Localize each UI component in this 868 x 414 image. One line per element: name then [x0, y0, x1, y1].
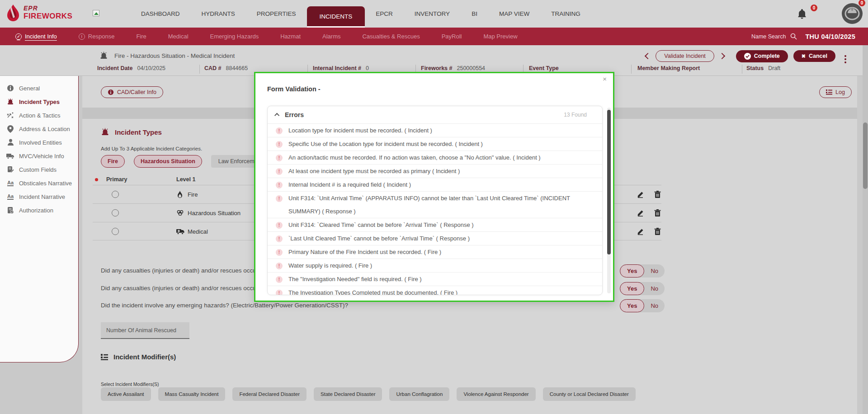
- sidebar-item-obsticales-narrative[interactable]: Obsticales Narrative: [0, 176, 78, 190]
- validate-incident-button[interactable]: Validate Incident: [656, 50, 714, 62]
- animal-rescued-input[interactable]: [101, 322, 189, 339]
- subnav-emerging-hazards[interactable]: Emerging Hazards: [210, 33, 259, 40]
- incident-title: Fire - Hazardous Situation - Medical Inc…: [114, 52, 235, 59]
- sidebar: General Incident Types Action & Tactics …: [0, 76, 79, 362]
- info-icon: [6, 84, 14, 92]
- page-scrollbar-thumb[interactable]: [863, 122, 868, 189]
- primary-radio[interactable]: [112, 209, 119, 216]
- subnav-casualties-rescues[interactable]: Casualties & Rescues: [362, 33, 420, 40]
- cad-caller-info-button[interactable]: CAD/Caller Info: [101, 86, 163, 98]
- error-item: The Investigation Types Completed must b…: [268, 286, 602, 295]
- edit-icon[interactable]: [637, 191, 645, 198]
- x-icon: [802, 53, 806, 59]
- nav-dashboard[interactable]: DASHBOARD: [130, 0, 191, 28]
- errors-collapse-header[interactable]: Errors 13 Found: [268, 106, 602, 123]
- subnav-medical[interactable]: Medical: [168, 33, 189, 40]
- field-value: 0: [366, 65, 369, 71]
- profile-button[interactable]: 0: [842, 3, 863, 24]
- chip-federal-declared-disaster[interactable]: Federal Declared Disaster: [232, 387, 307, 401]
- name-search-label: Name Search: [751, 33, 786, 40]
- nav-properties[interactable]: PROPERTIES: [246, 0, 307, 28]
- name-search[interactable]: Name Search: [751, 33, 797, 40]
- chip-county-local-declared-disaster[interactable]: County or Local Declared Disaster: [543, 387, 636, 401]
- edit-icon[interactable]: [637, 228, 645, 235]
- nav-map-view[interactable]: MAP VIEW: [488, 0, 540, 28]
- primary-column-header: Primary: [106, 176, 127, 183]
- sidebar-item-custom-fields[interactable]: Custom Fields: [0, 163, 78, 176]
- field-value: Draft: [768, 65, 780, 71]
- error-text: Location type for incident must be recor…: [288, 127, 432, 134]
- brand-epr: EPR: [24, 5, 72, 12]
- chip-mass-casualty-incident[interactable]: Mass Casualty Incident: [158, 387, 226, 401]
- error-icon: [276, 276, 283, 283]
- error-text: Unit F314: `Unit Arrival Time` (APPARATU…: [288, 195, 570, 215]
- nav-training[interactable]: TRAINING: [540, 0, 591, 28]
- search-icon: [790, 33, 797, 40]
- error-icon: [276, 182, 283, 188]
- info-icon: [108, 89, 114, 95]
- sidebar-item-mvc-vehicle-info[interactable]: MVC/Vehicle Info: [0, 149, 78, 163]
- subnav-fire[interactable]: Fire: [136, 33, 146, 40]
- chip-urban-conflagration[interactable]: Urban Conflagration: [389, 387, 449, 401]
- sidebar-item-authorization[interactable]: Authorization: [0, 203, 78, 217]
- subnav-response[interactable]: Response: [79, 33, 115, 40]
- nav-epcr[interactable]: EPCR: [365, 0, 404, 28]
- notifications-button[interactable]: 0: [797, 8, 815, 22]
- yes-button[interactable]: Yes: [620, 282, 644, 295]
- chip-active-assailant[interactable]: Active Assailant: [101, 387, 151, 401]
- subnav-incident-info[interactable]: Incident Info: [15, 33, 57, 40]
- cancel-button[interactable]: Cancel: [793, 50, 835, 62]
- sidebar-item-action-tactics[interactable]: Action & Tactics: [0, 108, 78, 122]
- yes-button[interactable]: Yes: [620, 299, 644, 312]
- trash-icon[interactable]: [654, 209, 661, 217]
- yes-no-toggle: Yes No: [620, 299, 665, 312]
- chip-state-declared-disaster[interactable]: State Declared Disaster: [314, 387, 382, 401]
- sidebar-item-involved-entities[interactable]: Involved Entities: [0, 136, 78, 149]
- yes-button[interactable]: Yes: [620, 264, 644, 278]
- error-icon: [276, 141, 283, 148]
- subnav-hazmat[interactable]: Hazmat: [280, 33, 301, 40]
- brand-logo: EPR FIREWORKS: [5, 4, 72, 22]
- log-button[interactable]: Log: [819, 86, 852, 98]
- nav-hydrants[interactable]: HYDRANTS: [191, 0, 246, 28]
- no-button[interactable]: No: [644, 268, 665, 274]
- no-button[interactable]: No: [644, 285, 665, 292]
- subnav-payroll[interactable]: PayRoll: [442, 33, 462, 40]
- error-item: `Last Unit Cleared Time` cannot be befor…: [268, 231, 602, 245]
- page-scrollbar-track[interactable]: [863, 45, 868, 414]
- sidebar-item-general[interactable]: General: [0, 81, 78, 95]
- document-edit-icon: [6, 165, 14, 174]
- prev-chevron-icon[interactable]: [645, 53, 651, 59]
- trash-icon[interactable]: [654, 228, 661, 235]
- nav-incidents[interactable]: INCIDENTS: [307, 6, 365, 28]
- subnav-alarms[interactable]: Alarms: [322, 33, 340, 40]
- chip-fire[interactable]: Fire: [101, 155, 125, 168]
- nav-bi[interactable]: BI: [461, 0, 488, 28]
- close-icon[interactable]: ×: [603, 75, 607, 83]
- primary-radio[interactable]: [112, 228, 119, 235]
- modifier-chips: Active Assailant Mass Casualty Incident …: [101, 387, 636, 401]
- complete-button[interactable]: Complete: [736, 50, 788, 62]
- chip-violence-against-responder[interactable]: Violence Against Responder: [457, 387, 535, 401]
- nav-inventory[interactable]: INVENTORY: [404, 0, 461, 28]
- primary-radio[interactable]: [112, 191, 119, 198]
- question-text: Did the incident involve any emerging ha…: [101, 302, 348, 309]
- sidebar-item-address-location[interactable]: Address & Location: [0, 122, 78, 136]
- complete-label: Complete: [754, 53, 780, 59]
- field-value: 250000554: [457, 65, 485, 71]
- chip-hazardous-situation[interactable]: Hazardous Situation: [134, 155, 202, 168]
- no-button[interactable]: No: [644, 302, 665, 309]
- modal-scrollbar-thumb[interactable]: [607, 110, 611, 254]
- error-text: Water supply is required. ( Fire ): [288, 262, 372, 269]
- modifiers-note: Select Incident Modifiers(S): [101, 381, 159, 387]
- edit-icon[interactable]: [637, 209, 645, 217]
- sidebar-item-incident-types[interactable]: Incident Types: [0, 95, 78, 108]
- error-text: `Last Unit Cleared Time` cannot be befor…: [288, 235, 470, 242]
- field-label: Incident Date: [97, 65, 133, 71]
- subnav-map-preview[interactable]: Map Preview: [483, 33, 517, 40]
- next-chevron-icon[interactable]: [719, 53, 725, 59]
- sidebar-item-incident-narrative[interactable]: Incident Narrative: [0, 190, 78, 203]
- field-label: CAD #: [204, 65, 222, 71]
- trash-icon[interactable]: [654, 191, 661, 198]
- more-options-icon[interactable]: [844, 55, 846, 57]
